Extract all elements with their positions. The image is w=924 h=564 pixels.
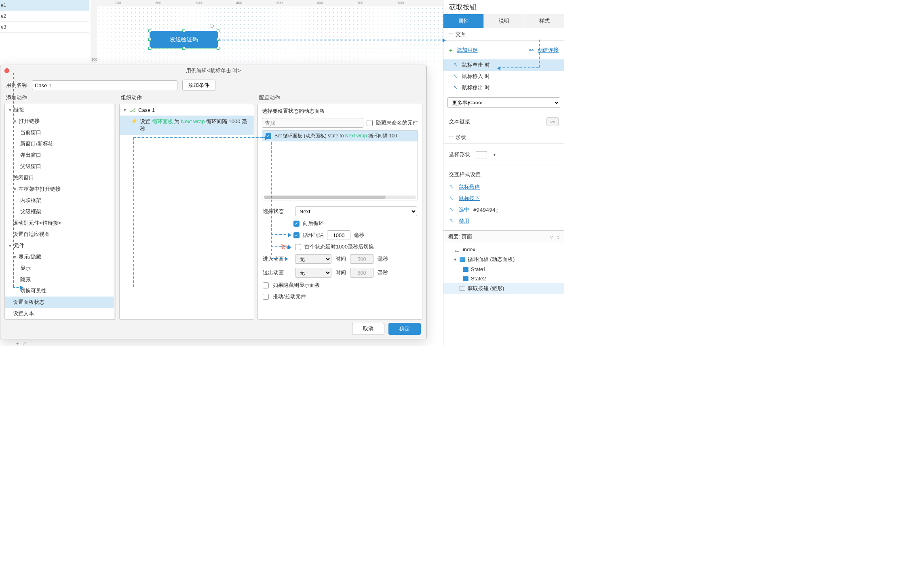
ms-label: 毫秒 — [378, 269, 388, 276]
first-delay-checkbox[interactable] — [295, 244, 301, 250]
show-if-hidden-label: 如果隐藏则显示面板 — [273, 282, 320, 289]
inspector-title: 获取按钮 — [443, 0, 564, 14]
event-onclick[interactable]: 鼠标单击 时 — [443, 59, 564, 71]
bolt-icon: ⚡ — [131, 118, 137, 124]
sort-icon[interactable]: ↕ — [557, 234, 560, 240]
cancel-button[interactable]: 取消 — [352, 323, 384, 335]
panel-list[interactable]: ✓ Set 循环面板 (动态面板) state to Next wrap 循环间… — [262, 130, 418, 200]
ix-selected-link[interactable]: 选中 — [459, 206, 469, 213]
search-input[interactable] — [262, 118, 363, 128]
shape-header: 形状 — [456, 134, 466, 141]
text-link-button[interactable]: ⚯ — [546, 117, 559, 126]
enter-time-input — [350, 254, 373, 264]
cursor-icon — [449, 207, 455, 213]
time-label: 时间 — [335, 255, 346, 263]
bottom-toolbar-stub: +⤢ — [16, 341, 26, 346]
ms-label: 毫秒 — [378, 255, 388, 263]
dialog-title: 用例编辑<鼠标单击 时> — [186, 67, 241, 74]
tab-style[interactable]: 样式 — [524, 14, 564, 28]
wrap-checkbox[interactable]: ✓ — [293, 221, 300, 227]
enter-anim-dropdown[interactable]: 无 — [295, 254, 331, 264]
show-if-hidden-checkbox[interactable] — [263, 282, 269, 288]
state-icon — [463, 267, 468, 272]
action-item[interactable]: 设置文本 — [5, 308, 114, 319]
chevron-down-icon[interactable]: ﹀ — [449, 135, 453, 140]
action-item[interactable]: 新窗口/新标签 — [5, 138, 114, 149]
action-tree[interactable]: ▼链接 ▼打开链接 当前窗口 新窗口/新标签 弹出窗口 父级窗口 关闭窗口 ▼在… — [5, 104, 116, 319]
state-icon — [463, 276, 468, 281]
action-item[interactable]: 隐藏 — [5, 274, 114, 285]
chevron-down-icon[interactable]: ▼ — [493, 153, 496, 157]
widget-send-code-button[interactable]: 发送验证码 — [150, 31, 218, 48]
rotate-handle-icon[interactable] — [210, 24, 214, 28]
case-name-input[interactable] — [32, 80, 177, 90]
rect-icon — [460, 286, 465, 291]
action-item[interactable]: 显示 — [5, 263, 114, 274]
interval-checkbox[interactable]: ✓ — [293, 232, 300, 238]
ix-disabled-link[interactable]: 禁用 — [459, 217, 469, 225]
action-item[interactable]: 设置自适应视图 — [5, 229, 114, 240]
cursor-icon — [449, 218, 455, 224]
event-mouseenter[interactable]: 鼠标移入 时 — [443, 71, 564, 82]
text-link-label: 文本链接 — [449, 118, 470, 125]
action-item[interactable]: 当前窗口 — [5, 127, 114, 138]
action-item[interactable]: 父级框架 — [5, 206, 114, 217]
scrollbar-horizontal[interactable] — [264, 196, 416, 199]
event-mouseleave[interactable]: 鼠标移出 时 — [443, 82, 564, 93]
exit-time-input — [350, 268, 373, 278]
wrap-label: 向后循环 — [303, 220, 324, 227]
organize-action-header: 组织动作 — [119, 94, 254, 104]
link-icon: ⚯ — [529, 47, 534, 53]
ix-down-link[interactable]: 鼠标按下 — [459, 195, 480, 202]
action-item[interactable]: 内联框架 — [5, 195, 114, 206]
more-events-dropdown[interactable]: 更多事件>>> — [447, 97, 560, 108]
shape-swatch[interactable] — [476, 151, 487, 158]
outline-tree[interactable]: index ▼ 循环面板 (动态面板) State1 State2 获取按钮 (… — [443, 243, 564, 295]
first-delay-label: 首个状态延时1000毫秒后切换 — [304, 243, 374, 250]
exit-anim-dropdown[interactable]: 无 — [295, 268, 331, 278]
action-item[interactable]: 关闭窗口 — [5, 172, 114, 183]
panel-list-item[interactable]: ✓ Set 循环面板 (动态面板) state to Next wrap 循环间… — [262, 130, 418, 141]
exit-anim-label: 退出动画 — [263, 269, 291, 276]
add-condition-button[interactable]: 添加条件 — [182, 80, 215, 91]
hide-unnamed-checkbox[interactable] — [367, 120, 373, 126]
select-state-dropdown[interactable]: Next — [295, 206, 417, 216]
dynamic-panel-icon — [460, 257, 465, 262]
chevron-down-icon[interactable]: ﹀ — [449, 32, 453, 37]
layer-row[interactable]: e3 — [0, 22, 89, 33]
time-label: 时间 — [335, 269, 346, 276]
action-item[interactable]: 父级窗口 — [5, 161, 114, 172]
outline-selected-widget[interactable]: 获取按钮 (矩形) — [443, 283, 564, 294]
canvas-grid[interactable] — [97, 6, 443, 63]
push-pull-checkbox[interactable] — [263, 294, 269, 300]
hide-unnamed-label: 隐藏未命名的元件 — [376, 119, 418, 126]
organize-action-row[interactable]: ⚡ 设置 循环面板 为 Next wrap 循环间隔 1000 毫秒 — [120, 116, 254, 135]
ix-hover-link[interactable]: 鼠标悬停 — [459, 183, 480, 191]
organize-case-row[interactable]: ▼ ⎇ Case 1 — [120, 104, 254, 116]
select-shape-label: 选择形状 — [449, 151, 470, 158]
case-editor-dialog: 用例编辑<鼠标单击 时> 用例名称 添加条件 添加动作 ▼链接 ▼打开链接 当前… — [0, 65, 427, 339]
filter-icon[interactable]: ▿ — [550, 234, 553, 240]
interactions-header: 交互 — [456, 31, 466, 38]
layer-row[interactable]: e1 — [0, 0, 89, 11]
interval-input[interactable] — [327, 230, 350, 240]
cfg-select-panel-label: 选择要设置状态的动态面板 — [258, 104, 422, 118]
action-item[interactable]: 弹出窗口 — [5, 149, 114, 161]
tab-properties[interactable]: 属性 — [443, 14, 484, 28]
close-icon[interactable] — [4, 68, 9, 73]
add-case-link[interactable]: 添加用例 — [457, 46, 478, 54]
ms-label: 毫秒 — [354, 231, 364, 239]
ok-button[interactable]: 确定 — [388, 323, 421, 335]
enter-anim-label: 进入动画 — [263, 255, 291, 263]
add-action-header: 添加动作 — [4, 94, 116, 104]
outline-header: 概要: 页面 — [448, 233, 472, 240]
create-link-link[interactable]: 创建连接 — [538, 46, 559, 54]
select-state-label: 选择状态 — [263, 208, 291, 215]
action-item[interactable]: 滚动到元件<锚链接> — [5, 217, 114, 229]
dialog-titlebar[interactable]: 用例编辑<鼠标单击 时> — [0, 65, 426, 76]
layer-row[interactable]: e2 — [0, 11, 89, 22]
action-set-panel-state[interactable]: 设置面板状态 — [5, 297, 114, 308]
configure-action-header: 配置动作 — [257, 94, 422, 104]
action-item[interactable]: 切换可见性 — [5, 285, 114, 297]
tab-notes[interactable]: 说明 — [484, 14, 524, 28]
